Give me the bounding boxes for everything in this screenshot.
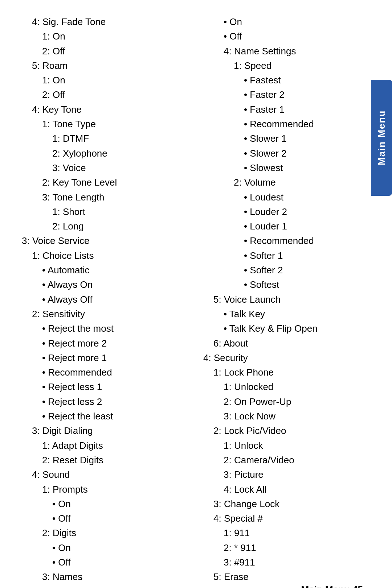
list-item: Talk Key & Flip Open [224, 321, 370, 336]
list-item: 2: * 911 [224, 541, 370, 555]
list-item: Faster 1 [244, 102, 370, 117]
list-item: 1: Tone Type [42, 117, 189, 131]
list-item: 4: Sound [32, 467, 189, 482]
list-item: 1: DTMF [52, 131, 189, 146]
page-footer: Main Menu 45 [301, 584, 363, 588]
list-item: 1: 911 [224, 526, 370, 540]
list-item: 3: Voice Service [22, 233, 189, 248]
side-tab: Main Menu [371, 80, 392, 196]
list-item: 2: Reset Digits [42, 453, 189, 467]
list-item: 3: Lock Now [224, 409, 370, 423]
list-item: 2: Lock Pic/Video [213, 423, 370, 438]
right-column: OnOff4: Name Settings1: SpeedFastestFast… [196, 15, 370, 584]
list-item: 3: Names [42, 570, 189, 584]
list-item: 4: Special # [213, 511, 370, 526]
list-item: Slowest [244, 161, 370, 175]
main-content: 4: Sig. Fade Tone1: On2: Off5: Roam1: On… [22, 15, 370, 584]
list-item: 1: Unlocked [224, 380, 370, 394]
list-item: 2: Volume [234, 175, 370, 190]
list-item: Always On [42, 277, 189, 292]
list-item: 4: Name Settings [224, 44, 370, 58]
list-item: 3: Change Lock [213, 497, 370, 511]
list-item: Reject less 1 [42, 380, 189, 394]
list-item: 1: Lock Phone [213, 365, 370, 380]
list-item: Reject less 2 [42, 394, 189, 409]
list-item: Recommended [42, 365, 189, 380]
list-item: 1: On [42, 73, 189, 87]
list-item: 1: Choice Lists [32, 248, 189, 263]
list-item: 1: Unlock [224, 438, 370, 453]
list-item: 3: Picture [224, 467, 370, 482]
left-column: 4: Sig. Fade Tone1: On2: Off5: Roam1: On… [22, 15, 196, 584]
list-item: 4: Key Tone [32, 102, 189, 117]
list-item: Recommended [244, 233, 370, 248]
list-item: On [224, 15, 370, 29]
list-item: On [52, 541, 189, 555]
list-item: Always Off [42, 292, 189, 307]
list-item: 3: Digit Dialing [32, 423, 189, 438]
list-item: 1: On [42, 29, 189, 44]
list-item: 4: Sig. Fade Tone [32, 15, 189, 29]
list-item: 1: Adapt Digits [42, 438, 189, 453]
list-item: Slower 2 [244, 146, 370, 161]
list-item: Loudest [244, 190, 370, 204]
list-item: 1: Prompts [42, 482, 189, 497]
list-item: 3: Voice [52, 161, 189, 175]
list-item: Talk Key [224, 307, 370, 321]
list-item: Off [52, 555, 189, 570]
list-item: Automatic [42, 263, 189, 277]
list-item: 2: On Power-Up [224, 394, 370, 409]
list-item: 2: Digits [42, 526, 189, 540]
list-item: 1: Short [52, 204, 189, 219]
list-item: Off [224, 29, 370, 44]
list-item: 2: Sensitivity [32, 307, 189, 321]
list-item: 2: Long [52, 219, 189, 233]
list-item: Softer 1 [244, 248, 370, 263]
list-item: Reject more 1 [42, 351, 189, 365]
list-item: 4: Security [203, 351, 370, 365]
list-item: 5: Voice Launch [213, 292, 370, 307]
list-item: Louder 1 [244, 219, 370, 233]
list-item: 2: Off [42, 44, 189, 58]
list-item: Recommended [244, 117, 370, 131]
list-item: 2: Key Tone Level [42, 175, 189, 190]
list-item: Reject more 2 [42, 336, 189, 351]
list-item: Louder 2 [244, 204, 370, 219]
page-container: 4: Sig. Fade Tone1: On2: Off5: Roam1: On… [0, 0, 392, 588]
list-item: Reject the most [42, 321, 189, 336]
list-item: 1: Speed [234, 58, 370, 73]
list-item: Slower 1 [244, 131, 370, 146]
list-item: Softest [244, 277, 370, 292]
list-item: 2: Camera/Video [224, 453, 370, 467]
list-item: Faster 2 [244, 87, 370, 102]
list-item: 2: Off [42, 87, 189, 102]
list-item: 4: Lock All [224, 482, 370, 497]
list-item: 5: Erase [213, 570, 370, 584]
list-item: Softer 2 [244, 263, 370, 277]
list-item: 3: #911 [224, 555, 370, 570]
list-item: Fastest [244, 73, 370, 87]
list-item: 3: Tone Length [42, 190, 189, 204]
list-item: 6: About [213, 336, 370, 351]
list-item: 2: Xylophone [52, 146, 189, 161]
list-item: Reject the least [42, 409, 189, 423]
list-item: On [52, 497, 189, 511]
list-item: Off [52, 511, 189, 526]
list-item: 5: Roam [32, 58, 189, 73]
